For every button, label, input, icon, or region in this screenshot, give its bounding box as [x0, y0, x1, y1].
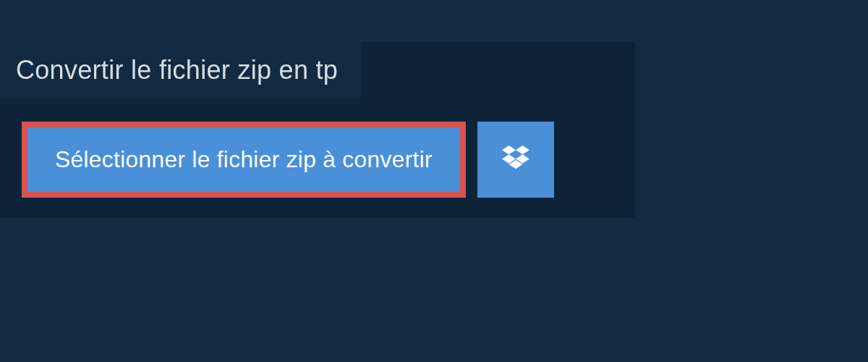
select-file-button[interactable]: Sélectionner le fichier zip à convertir — [22, 122, 466, 198]
button-row: Sélectionner le fichier zip à convertir — [22, 122, 635, 198]
page-title: Convertir le fichier zip en tp — [16, 55, 338, 85]
dropbox-button[interactable] — [477, 122, 554, 198]
title-bar: Convertir le fichier zip en tp — [0, 42, 361, 98]
converter-panel: Convertir le fichier zip en tp Sélection… — [0, 42, 635, 218]
dropbox-icon — [502, 146, 529, 174]
